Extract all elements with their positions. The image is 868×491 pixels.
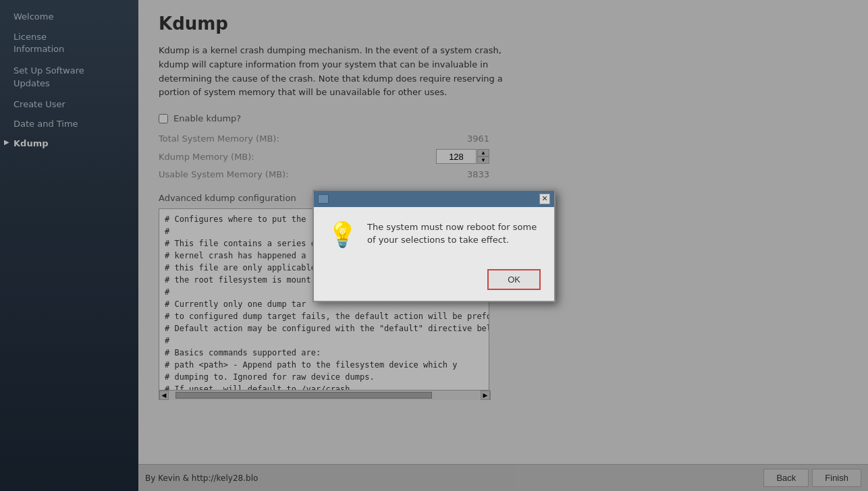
dialog-ok-button[interactable]: OK bbox=[487, 269, 541, 290]
dialog-titlebar: ✕ bbox=[314, 191, 554, 207]
dialog-close-button[interactable]: ✕ bbox=[539, 194, 550, 204]
dialog-body: 💡 The system must now reboot for some of… bbox=[314, 207, 554, 262]
dialog-title-icon bbox=[318, 194, 329, 204]
lightbulb-icon: 💡 bbox=[327, 221, 358, 249]
modal-overlay: ✕ 💡 The system must now reboot for some … bbox=[0, 0, 868, 491]
reboot-dialog: ✕ 💡 The system must now reboot for some … bbox=[313, 190, 555, 302]
dialog-footer: OK bbox=[314, 262, 554, 301]
dialog-message: The system must now reboot for some of y… bbox=[367, 221, 541, 247]
